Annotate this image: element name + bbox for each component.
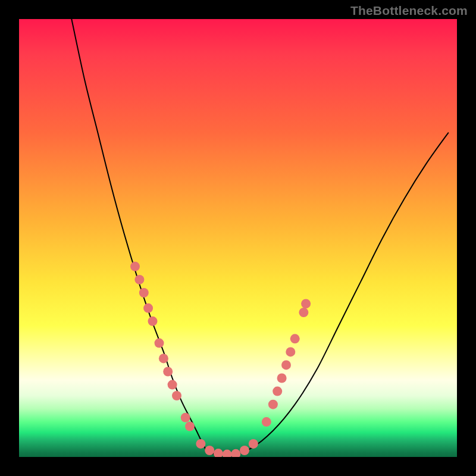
data-marker (130, 262, 140, 271)
data-markers (130, 262, 311, 457)
data-marker (273, 387, 282, 396)
bottleneck-curve (71, 19, 448, 455)
data-marker (223, 450, 232, 457)
data-marker (196, 439, 205, 449)
data-marker (168, 380, 177, 390)
data-marker (286, 347, 295, 356)
data-marker (268, 400, 278, 409)
data-marker (277, 374, 287, 383)
data-marker (139, 288, 149, 298)
data-marker (148, 317, 158, 326)
data-marker (262, 417, 271, 427)
outer-frame: TheBottleneck.com (0, 0, 476, 476)
data-marker (172, 391, 181, 400)
data-marker (155, 339, 164, 348)
data-marker (249, 439, 258, 449)
data-marker (281, 360, 291, 369)
data-marker (214, 449, 223, 457)
data-marker (299, 308, 308, 317)
data-marker (134, 275, 144, 284)
data-marker (163, 367, 173, 377)
data-marker (231, 449, 240, 457)
data-marker (240, 446, 249, 455)
data-marker (185, 422, 195, 431)
plot-area (19, 19, 457, 457)
data-marker (290, 334, 300, 343)
watermark-text: TheBottleneck.com (350, 4, 468, 18)
data-marker (205, 446, 214, 455)
data-marker (181, 413, 190, 422)
bottleneck-curve-svg (19, 19, 457, 457)
data-marker (301, 299, 311, 308)
data-marker (143, 303, 153, 313)
data-marker (159, 353, 168, 363)
